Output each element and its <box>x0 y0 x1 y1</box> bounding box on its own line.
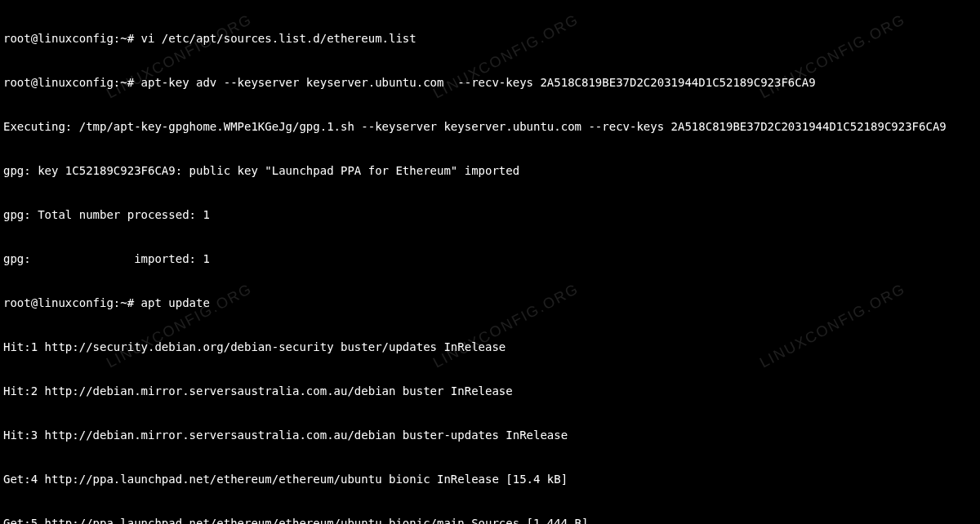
terminal-line: Hit:1 http://security.debian.org/debian-… <box>3 340 977 354</box>
terminal-line: root@linuxconfig:~# apt update <box>3 295 977 310</box>
terminal-line: Get:4 http://ppa.launchpad.net/ethereum/… <box>3 472 977 486</box>
terminal-line: root@linuxconfig:~# vi /etc/apt/sources.… <box>3 31 977 46</box>
terminal-line: gpg: imported: 1 <box>3 251 977 266</box>
terminal-line: root@linuxconfig:~# apt-key adv --keyser… <box>3 75 977 90</box>
terminal-line: gpg: key 1C52189C923F6CA9: public key "L… <box>3 163 977 178</box>
terminal-output[interactable]: root@linuxconfig:~# vi /etc/apt/sources.… <box>0 0 980 524</box>
terminal-line: Hit:3 http://debian.mirror.serversaustra… <box>3 428 977 442</box>
terminal-line: gpg: Total number processed: 1 <box>3 207 977 222</box>
terminal-line: Hit:2 http://debian.mirror.serversaustra… <box>3 384 977 398</box>
terminal-line: Executing: /tmp/apt-key-gpghome.WMPe1KGe… <box>3 119 977 134</box>
terminal-line: Get:5 http://ppa.launchpad.net/ethereum/… <box>3 516 977 524</box>
